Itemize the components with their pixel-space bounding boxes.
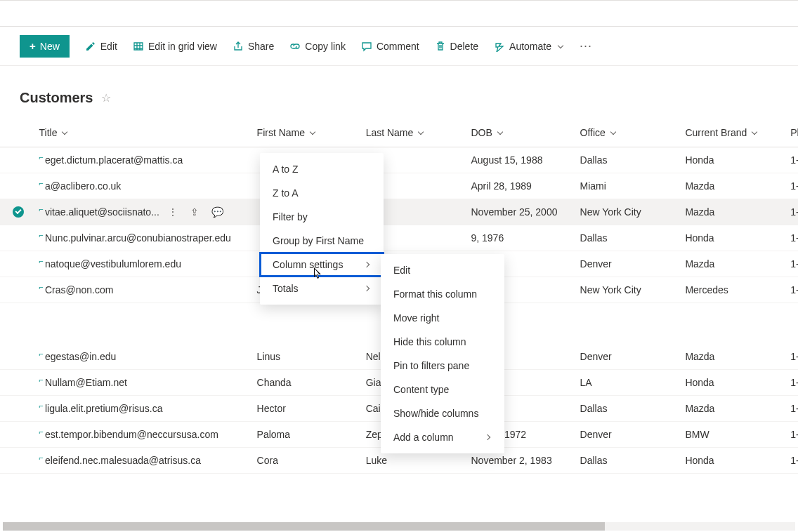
list-title: Customers bbox=[20, 90, 93, 106]
menu-item-column-settings[interactable]: Column settings bbox=[260, 253, 384, 277]
item-type-icon: ⌐ bbox=[39, 376, 44, 384]
cell-phone: 1-50 bbox=[785, 344, 798, 370]
column-header-brand[interactable]: Current Brand bbox=[685, 127, 758, 138]
overflow-button[interactable]: ··· bbox=[580, 39, 592, 53]
cell-phone: 1-40 bbox=[785, 447, 798, 473]
plus-icon: + bbox=[30, 41, 36, 51]
submenu-item-pin[interactable]: Pin to filters pane bbox=[381, 354, 504, 378]
cell-phone: 1-81 bbox=[785, 173, 798, 199]
column-settings-submenu: Edit Format this column Move right Hide … bbox=[381, 254, 504, 453]
submenu-item-format[interactable]: Format this column bbox=[381, 282, 504, 306]
submenu-item-move-right[interactable]: Move right bbox=[381, 306, 504, 330]
menu-item-group-by[interactable]: Group by First Name bbox=[260, 229, 384, 253]
menu-item-z-to-a[interactable]: Z to A bbox=[260, 181, 384, 205]
copy-link-label: Copy link bbox=[305, 41, 346, 52]
table-row[interactable]: ⌐vitae.aliquet@sociisnato...⋮⇪💬ithNovemb… bbox=[0, 199, 798, 225]
row-share-icon[interactable]: ⇪ bbox=[190, 206, 199, 218]
menu-item-filter-by[interactable]: Filter by bbox=[260, 205, 384, 229]
grid-icon bbox=[133, 41, 144, 52]
cell-brand: Mazda bbox=[679, 173, 785, 199]
column-header-title[interactable]: Title bbox=[39, 127, 69, 138]
row-more-icon[interactable]: ⋮ bbox=[168, 206, 178, 218]
row-title-link[interactable]: a@aclibero.co.uk bbox=[45, 180, 121, 192]
scrollbar-thumb[interactable] bbox=[3, 522, 605, 531]
cell-office: Dallas bbox=[575, 447, 680, 473]
edit-grid-label: Edit in grid view bbox=[148, 41, 217, 52]
item-type-icon: ⌐ bbox=[39, 154, 44, 161]
submenu-item-content-type[interactable]: Content type bbox=[381, 378, 504, 401]
new-button[interactable]: + New bbox=[20, 35, 70, 58]
pencil-icon bbox=[85, 41, 96, 52]
row-title-link[interactable]: eleifend.nec.malesuada@atrisus.ca bbox=[45, 455, 201, 466]
row-title-link[interactable]: vitae.aliquet@sociisnato... bbox=[45, 206, 159, 218]
delete-button[interactable]: Delete bbox=[435, 41, 478, 52]
cell-phone: 1-48 bbox=[785, 277, 798, 303]
chevron-down-icon bbox=[497, 129, 504, 136]
item-type-icon: ⌐ bbox=[39, 428, 44, 436]
item-type-icon: ⌐ bbox=[39, 180, 44, 187]
table-row[interactable]: ⌐Nunc.pulvinar.arcu@conubianostraper.edu… bbox=[0, 225, 798, 251]
cell-office: Dallas bbox=[575, 395, 680, 421]
automate-button[interactable]: Automate bbox=[494, 41, 564, 52]
submenu-item-add-column[interactable]: Add a column bbox=[381, 425, 504, 449]
automate-icon bbox=[494, 41, 505, 52]
cell-office: Dallas bbox=[575, 225, 680, 251]
row-title-link[interactable]: natoque@vestibulumlorem.edu bbox=[45, 258, 181, 270]
column-header-dob[interactable]: DOB bbox=[471, 127, 503, 138]
row-title-link[interactable]: Nunc.pulvinar.arcu@conubianostraper.edu bbox=[45, 232, 231, 244]
edit-button[interactable]: Edit bbox=[85, 41, 117, 52]
cell-fn: Linus bbox=[251, 344, 360, 370]
chevron-down-icon bbox=[309, 129, 316, 136]
menu-item-a-to-z[interactable]: A to Z bbox=[260, 157, 384, 181]
chevron-down-icon bbox=[557, 43, 564, 50]
cell-brand: Mercedes bbox=[679, 277, 785, 303]
row-title-link[interactable]: Cras@non.com bbox=[45, 284, 113, 295]
item-type-icon: ⌐ bbox=[39, 402, 44, 410]
item-type-icon: ⌐ bbox=[39, 206, 44, 213]
column-header-first-name[interactable]: First Name bbox=[257, 127, 316, 138]
cell-phone: 1-21 bbox=[785, 421, 798, 447]
edit-grid-button[interactable]: Edit in grid view bbox=[133, 41, 217, 52]
item-type-icon: ⌐ bbox=[39, 232, 44, 239]
cell-office: Miami bbox=[575, 173, 680, 199]
row-title-link[interactable]: Nullam@Etiam.net bbox=[45, 377, 127, 388]
cell-brand: Honda bbox=[679, 225, 785, 251]
comment-icon bbox=[361, 41, 372, 52]
cell-fn: Paloma bbox=[251, 421, 360, 447]
item-type-icon: ⌐ bbox=[39, 454, 44, 462]
cell-brand: Mazda bbox=[679, 251, 785, 277]
table-row[interactable]: ⌐eget.dictum.placerat@mattis.caelleAugus… bbox=[0, 147, 798, 173]
link-icon bbox=[289, 41, 301, 52]
chevron-right-icon bbox=[364, 261, 371, 268]
cell-dob: April 28, 1989 bbox=[465, 173, 574, 199]
new-button-label: New bbox=[40, 41, 60, 52]
column-header-office[interactable]: Office bbox=[580, 127, 617, 138]
favorite-star-icon[interactable]: ☆ bbox=[101, 91, 111, 105]
column-header-phone[interactable]: Pho bbox=[790, 127, 798, 138]
row-title-link[interactable]: egestas@in.edu bbox=[45, 351, 116, 362]
submenu-item-hide[interactable]: Hide this column bbox=[381, 330, 504, 354]
trash-icon bbox=[435, 41, 446, 52]
copy-link-button[interactable]: Copy link bbox=[289, 41, 346, 52]
cell-office: LA bbox=[575, 369, 680, 395]
row-title-link[interactable]: ligula.elit.pretium@risus.ca bbox=[45, 403, 163, 414]
horizontal-scrollbar[interactable] bbox=[3, 522, 795, 531]
share-button[interactable]: Share bbox=[233, 41, 274, 52]
cell-brand: Mazda bbox=[679, 199, 785, 225]
delete-label: Delete bbox=[450, 41, 478, 52]
chevron-down-icon bbox=[61, 129, 68, 136]
row-title-link[interactable]: eget.dictum.placerat@mattis.ca bbox=[45, 154, 183, 166]
table-row[interactable]: ⌐a@aclibero.co.ukithApril 28, 1989MiamiM… bbox=[0, 173, 798, 199]
row-comment-icon[interactable]: 💬 bbox=[211, 206, 223, 218]
list-title-row: Customers ☆ bbox=[0, 66, 798, 119]
row-title-link[interactable]: est.tempor.bibendum@neccursusa.com bbox=[45, 429, 218, 440]
column-header-last-name[interactable]: Last Name bbox=[366, 127, 425, 138]
cell-office: New York City bbox=[575, 277, 680, 303]
menu-item-totals[interactable]: Totals bbox=[260, 277, 384, 300]
cell-office: New York City bbox=[575, 199, 680, 225]
cell-phone: 1-30 bbox=[785, 199, 798, 225]
submenu-item-show-hide[interactable]: Show/hide columns bbox=[381, 401, 504, 425]
selected-check-icon[interactable] bbox=[13, 206, 24, 218]
comment-button[interactable]: Comment bbox=[361, 41, 419, 52]
submenu-item-edit[interactable]: Edit bbox=[381, 258, 504, 282]
